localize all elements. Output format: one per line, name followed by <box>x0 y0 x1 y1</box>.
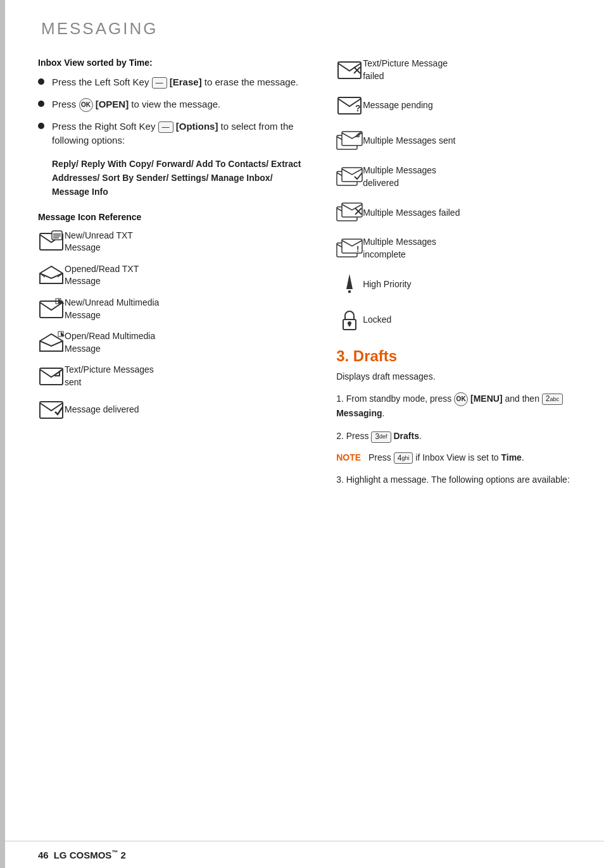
ok-key-btn[interactable]: OK <box>79 98 93 112</box>
bullet-text: Press the Right Soft Key — [Options] to … <box>52 120 305 148</box>
bullet-text: Press the Left Soft Key — [Erase] to era… <box>52 75 305 90</box>
txt-failed-icon <box>336 58 363 82</box>
txt-failed-label: Text/Picture Messagefailed <box>363 58 448 82</box>
list-item: Press the Right Soft Key — [Options] to … <box>38 120 305 148</box>
open-mms-icon <box>38 331 65 355</box>
brand-name: LG COSMOS <box>54 850 112 860</box>
high-priority-label: High Priority <box>363 278 411 291</box>
new-txt-icon <box>38 230 65 254</box>
multi-failed-icon <box>336 201 363 225</box>
bullet-dot <box>38 78 44 85</box>
step1: 1. From standby mode, press OK [MENU] an… <box>336 392 579 421</box>
drafts-label: Drafts <box>393 431 418 441</box>
icon-row: ! Multiple Messagesincomplete <box>336 236 579 261</box>
main-content: MESSAGING Inbox View sorted by Time: Pre… <box>38 0 579 841</box>
new-mms-label: New/Unread MultimediaMessage <box>65 297 159 321</box>
footer-page-number: 46 <box>38 850 49 860</box>
icon-row: Multiple Messagesdelivered <box>336 164 579 189</box>
section3-description: Displays draft messages. <box>336 371 579 381</box>
multi-sent-label: Multiple Messages sent <box>363 135 455 147</box>
pending-icon: ? <box>336 94 363 118</box>
icon-row: Locked <box>336 308 579 332</box>
left-soft-key-btn[interactable]: — <box>152 77 167 89</box>
icon-row: Opened/Read TXTMessage <box>38 263 305 288</box>
icon-reference-section: Message Icon Reference New/Unread TXTMes… <box>38 212 305 422</box>
icon-row: Open/Read MultimediaMessage <box>38 330 305 355</box>
bullet-dot <box>38 123 44 129</box>
messaging-label: Messaging <box>336 408 382 418</box>
open-label: [OPEN] <box>96 99 129 109</box>
section3-number: 3. <box>336 347 353 364</box>
key-3def[interactable]: 3def <box>371 431 391 443</box>
right-column: Text/Picture Messagefailed ? Message pen… <box>330 58 579 495</box>
trademark: ™ <box>111 849 118 856</box>
svg-rect-1 <box>52 231 62 240</box>
note-text: Press 4ghi if Inbox View is set to Time. <box>368 452 524 464</box>
delivered-label: Message delivered <box>65 404 139 416</box>
list-item: Press OK [OPEN] to view the message. <box>38 97 305 112</box>
bullet-text: Press OK [OPEN] to view the message. <box>52 97 305 112</box>
icon-row: Text/Picture Messagessent <box>38 364 305 388</box>
section3: 3. Drafts Displays draft messages. 1. Fr… <box>336 347 579 487</box>
options-text: Reply/ Reply With Copy/ Forward/ Add To … <box>52 157 305 199</box>
erase-label: [Erase] <box>170 77 202 87</box>
icon-row: Multiple Messages sent <box>336 129 579 153</box>
bullet-list: Press the Left Soft Key — [Erase] to era… <box>38 75 305 148</box>
multi-delivered-icon <box>336 165 363 189</box>
icon-row: Message delivered <box>38 398 305 422</box>
bullet-dot <box>38 101 44 107</box>
icon-section-heading: Message Icon Reference <box>38 212 305 222</box>
footer-brand: LG COSMOS™ 2 <box>54 849 126 860</box>
inbox-heading: Inbox View sorted by Time: <box>38 58 305 68</box>
new-txt-label: New/Unread TXTMessage <box>65 230 133 254</box>
icon-row: Text/Picture Messagefailed <box>336 58 579 82</box>
time-label: Time <box>501 452 521 462</box>
step2: 2. Press 3def Drafts. <box>336 429 579 443</box>
two-column-layout: Inbox View sorted by Time: Press the Lef… <box>38 58 579 495</box>
menu-label: [MENU] <box>470 394 503 404</box>
page-title: MESSAGING <box>38 19 579 39</box>
svg-text:?: ? <box>355 103 361 113</box>
multi-failed-label: Multiple Messages failed <box>363 207 460 220</box>
key-4ghi[interactable]: 4ghi <box>394 452 413 464</box>
svg-rect-33 <box>348 290 351 293</box>
step3: 3. Highlight a message. The following op… <box>336 473 579 487</box>
svg-marker-32 <box>346 274 353 289</box>
open-txt-icon <box>38 263 65 287</box>
right-soft-key-btn[interactable]: — <box>158 121 173 133</box>
note-label: NOTE <box>336 452 361 462</box>
model-number: 2 <box>121 850 126 860</box>
left-accent-bar <box>0 0 5 868</box>
open-mms-label: Open/Read MultimediaMessage <box>65 330 155 355</box>
icon-row: High Priority <box>336 273 579 297</box>
footer: 46 LG COSMOS™ 2 <box>0 841 604 868</box>
icon-row: ? Message pending <box>336 94 579 118</box>
icon-row: Multiple Messages failed <box>336 201 579 225</box>
note-block: NOTE Press 4ghi if Inbox View is set to … <box>336 452 579 464</box>
section3-title: 3. Drafts <box>336 347 579 365</box>
icon-row: New/Unread TXTMessage <box>38 230 305 254</box>
high-priority-icon <box>336 273 363 297</box>
locked-label: Locked <box>363 314 391 326</box>
list-item: Press the Left Soft Key — [Erase] to era… <box>38 75 305 90</box>
new-mms-icon <box>38 297 65 321</box>
locked-icon <box>336 308 363 332</box>
section3-name: Drafts <box>353 347 397 364</box>
txt-sent-label: Text/Picture Messagessent <box>65 364 154 388</box>
svg-marker-8 <box>58 299 65 304</box>
icon-row: New/Unread MultimediaMessage <box>38 297 305 321</box>
page: MESSAGING Inbox View sorted by Time: Pre… <box>0 0 604 868</box>
ok-key-step1[interactable]: OK <box>454 392 468 406</box>
left-column: Inbox View sorted by Time: Press the Lef… <box>38 58 317 495</box>
open-txt-label: Opened/Read TXTMessage <box>65 263 139 288</box>
options-label: [Options] <box>176 121 218 132</box>
key-2abc[interactable]: 2abc <box>542 394 563 405</box>
delivered-icon <box>38 398 65 422</box>
svg-text:!: ! <box>356 244 359 254</box>
multi-incomplete-icon: ! <box>336 237 363 261</box>
multi-incomplete-label: Multiple Messagesincomplete <box>363 236 436 261</box>
multi-delivered-label: Multiple Messagesdelivered <box>363 164 436 189</box>
txt-sent-icon <box>38 364 65 388</box>
svg-rect-36 <box>349 323 351 326</box>
pending-label: Message pending <box>363 99 433 112</box>
